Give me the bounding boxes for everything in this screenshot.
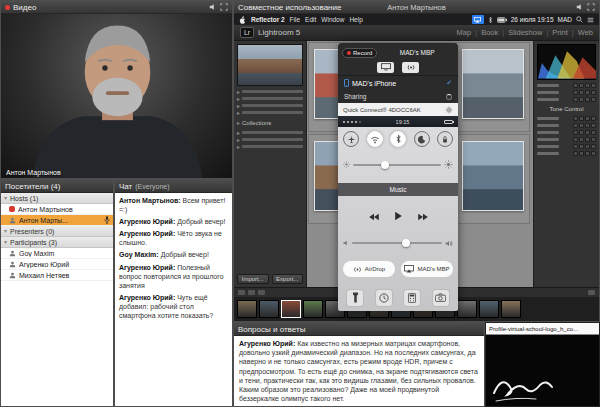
decrease-large-button[interactable] [573, 97, 578, 102]
menubar-user[interactable]: MAD [558, 16, 572, 23]
increase-large-button[interactable] [591, 97, 596, 102]
disclosure-triangle[interactable]: ▸ [237, 144, 240, 150]
speaker-icon[interactable] [576, 3, 584, 11]
increase-button[interactable] [585, 116, 590, 121]
decrease-button[interactable] [579, 116, 584, 121]
increase-button[interactable] [585, 97, 590, 102]
increase-button[interactable] [585, 137, 590, 142]
compare-view-icon[interactable] [258, 290, 265, 295]
menubar-clock[interactable]: 26 июля 19:15 [511, 16, 554, 23]
reflector-airplay-menubar-icon[interactable] [472, 15, 484, 24]
fullscreen-icon[interactable] [587, 3, 595, 11]
increase-button[interactable] [585, 123, 590, 128]
increase-large-button[interactable] [591, 151, 596, 156]
filmstrip-thumbnail[interactable] [479, 300, 499, 318]
filmstrip-thumbnail[interactable] [237, 300, 257, 318]
attendee-group-header[interactable]: ▾Presenters (0) [1, 226, 113, 237]
export-button[interactable]: Export... [272, 274, 304, 284]
camera-button[interactable] [432, 289, 450, 307]
calculator-button[interactable] [403, 289, 421, 307]
decrease-large-button[interactable] [573, 83, 578, 88]
attendee-row[interactable]: Goy Maxim [1, 248, 113, 259]
decrease-button[interactable] [579, 151, 584, 156]
chat-scope-tab[interactable]: (Everyone) [135, 183, 169, 190]
filmstrip-thumbnail[interactable] [457, 300, 477, 318]
timer-button[interactable] [375, 289, 393, 307]
decrease-button[interactable] [579, 137, 584, 142]
photo-thumbnail[interactable] [462, 49, 524, 119]
spotlight-search-icon[interactable] [576, 16, 583, 23]
grid-cell[interactable] [457, 135, 529, 223]
previous-track-button[interactable] [368, 207, 380, 225]
decrease-button[interactable] [579, 90, 584, 95]
collection-row[interactable]: ▸ [237, 129, 303, 136]
flashlight-button[interactable] [346, 289, 364, 307]
decrease-button[interactable] [579, 97, 584, 102]
panel-collections[interactable]: ▸Collections [237, 118, 303, 127]
airplay-button[interactable]: MAD's MBP [401, 261, 453, 277]
menubar-app-name[interactable]: Reflector 2 [251, 16, 285, 23]
increase-large-button[interactable] [591, 130, 596, 135]
menubar-menu-window[interactable]: Window [321, 16, 344, 23]
module-slideshow[interactable]: Slideshow [508, 28, 542, 37]
filmstrip-thumbnail[interactable] [281, 300, 301, 318]
folder-row[interactable]: ▸ [237, 109, 303, 116]
attendee-row[interactable]: Антон Мартынов [1, 204, 113, 215]
increase-button[interactable] [585, 130, 590, 135]
increase-button[interactable] [585, 144, 590, 149]
volume-knob[interactable] [402, 239, 410, 247]
attendee-row[interactable]: Агуренко Юрий [1, 259, 113, 270]
increase-large-button[interactable] [591, 123, 596, 128]
decrease-large-button[interactable] [573, 137, 578, 142]
disclosure-triangle[interactable]: ▸ [237, 137, 240, 143]
increase-button[interactable] [585, 151, 590, 156]
brightness-knob[interactable] [381, 161, 389, 169]
module-book[interactable]: Book [481, 28, 498, 37]
speaker-icon[interactable] [209, 3, 217, 11]
filmstrip-thumbnail[interactable] [501, 300, 521, 318]
disclosure-triangle[interactable]: ▸ [237, 103, 240, 109]
filmstrip-thumbnail[interactable] [303, 300, 323, 318]
attendee-row[interactable]: Антон Марты... [1, 215, 113, 226]
attendee-group-header[interactable]: ▾Participants (3) [1, 237, 113, 248]
module-map[interactable]: Map [457, 28, 472, 37]
airplay-device-row[interactable]: MAD's iPhone ✓ [338, 76, 458, 90]
increase-large-button[interactable] [591, 116, 596, 121]
decrease-button[interactable] [579, 123, 584, 128]
broadcast-button[interactable] [402, 62, 419, 73]
increase-large-button[interactable] [591, 83, 596, 88]
quick-connect-row[interactable]: Quick Connect® 4DOCC6AK [338, 103, 458, 116]
toolbar-options-icon[interactable] [588, 290, 595, 295]
decrease-button[interactable] [579, 83, 584, 88]
decrease-large-button[interactable] [573, 151, 578, 156]
navigator-preview[interactable] [237, 44, 303, 86]
menubar-menu-help[interactable]: Help [349, 16, 362, 23]
notification-center-icon[interactable] [587, 17, 594, 23]
folder-row[interactable]: ▸ [237, 88, 303, 95]
increase-large-button[interactable] [591, 90, 596, 95]
brightness-slider[interactable] [343, 159, 453, 171]
disclosure-triangle[interactable]: ▸ [237, 120, 240, 126]
rotation-lock-toggle[interactable] [437, 131, 453, 147]
airplane-mode-toggle[interactable] [343, 131, 359, 147]
module-print[interactable]: Print [552, 28, 567, 37]
fullscreen-icon[interactable] [220, 3, 228, 11]
bluetooth-menubar-icon[interactable] [488, 16, 493, 24]
loupe-view-icon[interactable] [248, 290, 255, 295]
disclosure-triangle[interactable]: ▸ [237, 110, 240, 116]
record-button[interactable]: Record [342, 48, 377, 58]
apple-menu-icon[interactable] [239, 16, 246, 24]
photo-thumbnail[interactable] [462, 141, 524, 211]
collection-row[interactable]: ▸ [237, 136, 303, 143]
import-button[interactable]: Import... [237, 274, 269, 284]
grid-cell[interactable] [457, 43, 529, 131]
disclosure-triangle[interactable]: ▸ [237, 89, 240, 95]
decrease-large-button[interactable] [573, 123, 578, 128]
do-not-disturb-toggle[interactable] [414, 131, 430, 147]
increase-button[interactable] [585, 90, 590, 95]
collection-row[interactable]: ▸ [237, 143, 303, 150]
decrease-button[interactable] [579, 130, 584, 135]
airdrop-button[interactable]: AirDrop [343, 261, 395, 277]
wifi-toggle[interactable] [367, 131, 383, 147]
folder-row[interactable]: ▸ [237, 102, 303, 109]
